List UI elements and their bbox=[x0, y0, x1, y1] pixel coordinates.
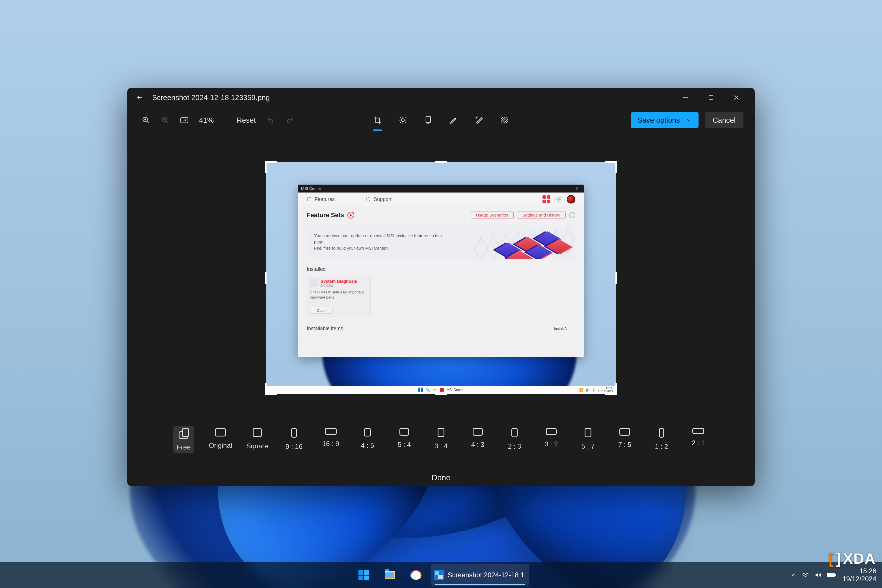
mini-battery-icon: 🔋 bbox=[592, 388, 596, 392]
aspect-ratio-row: FreeOriginalSquare9 : 1616 : 94 : 55 : 4… bbox=[127, 423, 755, 469]
tab-adjustment[interactable] bbox=[395, 112, 411, 128]
reset-button[interactable]: Reset bbox=[234, 114, 259, 127]
volume-icon[interactable] bbox=[814, 572, 822, 578]
aspect-shape-icon bbox=[620, 428, 630, 436]
close-button[interactable] bbox=[724, 90, 749, 105]
wifi-icon[interactable] bbox=[802, 572, 809, 578]
zoom-out-button[interactable] bbox=[158, 113, 172, 128]
crop-handle[interactable] bbox=[615, 161, 617, 173]
aspect-free[interactable]: Free bbox=[173, 426, 194, 453]
maximize-button[interactable] bbox=[698, 90, 724, 105]
fit-to-window-button[interactable] bbox=[177, 113, 192, 128]
mini-wifi-icon: 📶 bbox=[579, 388, 583, 392]
crop-frame[interactable]: MSI Center — ✕ Features Support bbox=[266, 162, 616, 394]
zoom-in-button[interactable] bbox=[138, 113, 153, 128]
mini-volume-icon: 🔊 bbox=[585, 388, 590, 392]
zoom-percent: 41% bbox=[199, 116, 214, 124]
gear-icon bbox=[555, 196, 562, 202]
tray-chevron-up-icon[interactable] bbox=[791, 572, 796, 578]
done-button[interactable]: Done bbox=[432, 473, 451, 482]
aspect-9-16[interactable]: 9 : 16 bbox=[284, 426, 304, 453]
xda-watermark: [] XDA bbox=[829, 550, 876, 567]
aspect-4-3[interactable]: 4 : 3 bbox=[467, 426, 488, 451]
taskbar-app-photos[interactable]: Screenshot 2024-12-18 1 bbox=[431, 564, 530, 586]
aspect-4-5[interactable]: 4 : 5 bbox=[357, 426, 378, 452]
undo-button[interactable] bbox=[263, 113, 278, 128]
play-icon bbox=[347, 212, 354, 219]
taskbar-clock[interactable]: 15:26 19/12/2024 bbox=[842, 567, 876, 583]
aspect-7-5[interactable]: 7 : 5 bbox=[614, 426, 635, 451]
tab-background[interactable] bbox=[497, 112, 513, 128]
svg-rect-7 bbox=[308, 198, 311, 201]
mini-taskbar: 🔍 📁 MSI Center ˄ 📶 🔊 🔋 12:33 18/12/2024 bbox=[266, 386, 616, 394]
aspect-16-9[interactable]: 16 : 9 bbox=[320, 426, 341, 450]
aspect-3-2[interactable]: 3 : 2 bbox=[541, 426, 562, 450]
aspect-square[interactable]: Square bbox=[247, 426, 268, 452]
installable-heading: Installable items bbox=[307, 326, 343, 332]
minimize-button[interactable] bbox=[673, 90, 698, 105]
save-options-button[interactable]: Save options bbox=[631, 112, 699, 128]
aspect-label: 5 : 7 bbox=[582, 442, 595, 450]
msi-dragon-badge-icon bbox=[567, 195, 575, 204]
crop-handle[interactable] bbox=[615, 383, 617, 394]
back-button[interactable] bbox=[133, 91, 146, 104]
usage-scenarios-button: Usage Scenarios bbox=[471, 211, 514, 219]
aspect-label: 4 : 5 bbox=[361, 442, 374, 450]
redo-button[interactable] bbox=[282, 113, 297, 128]
save-options-label: Save options bbox=[638, 116, 680, 124]
svg-point-8 bbox=[558, 198, 560, 200]
crop-handle[interactable] bbox=[615, 272, 617, 284]
feature-card-system-diagnosis: System Diagnosis 1.0.0.52 Check health s… bbox=[307, 276, 370, 317]
aspect-3-4[interactable]: 3 : 4 bbox=[430, 426, 452, 452]
aspect-label: 1 : 2 bbox=[655, 443, 668, 451]
aspect-shape-icon bbox=[659, 428, 664, 438]
msi-nav-support: Support bbox=[366, 196, 392, 202]
aspect-shape-icon bbox=[546, 428, 556, 435]
aspect-shape-icon bbox=[585, 428, 591, 437]
mini-msi-icon bbox=[440, 388, 444, 392]
cropped-image: MSI Center — ✕ Features Support bbox=[266, 162, 616, 394]
tab-retouch[interactable] bbox=[471, 112, 487, 128]
svg-rect-10 bbox=[835, 574, 836, 576]
aspect-shape-icon bbox=[692, 428, 704, 434]
toolbar: 41% Reset Save options Cancel bbox=[127, 107, 755, 133]
install-all-button: Install All bbox=[547, 325, 575, 332]
paint-button[interactable] bbox=[405, 564, 427, 586]
msi-nav-features: Features bbox=[307, 196, 335, 202]
aspect-5-4[interactable]: 5 : 4 bbox=[394, 426, 415, 451]
aspect-label: 4 : 3 bbox=[471, 441, 484, 448]
crop-handle[interactable] bbox=[265, 161, 277, 163]
file-explorer-button[interactable] bbox=[379, 564, 401, 586]
aspect-label: 3 : 2 bbox=[545, 440, 558, 448]
photos-app-icon bbox=[434, 570, 444, 580]
start-button[interactable] bbox=[353, 564, 375, 586]
aspect-2-1[interactable]: 2 : 1 bbox=[688, 426, 709, 449]
canvas-area[interactable]: MSI Center — ✕ Features Support bbox=[127, 133, 755, 423]
aspect-shape-icon bbox=[399, 428, 409, 436]
aspect-label: 2 : 1 bbox=[692, 439, 705, 447]
crop-handle[interactable] bbox=[265, 393, 277, 394]
aspect-5-7[interactable]: 5 : 7 bbox=[578, 426, 598, 453]
aspect-2-3[interactable]: 2 : 3 bbox=[504, 426, 525, 453]
aspect-label: 7 : 5 bbox=[618, 441, 632, 448]
crop-handle[interactable] bbox=[265, 161, 267, 173]
crop-handle[interactable] bbox=[265, 272, 267, 284]
crop-handle[interactable] bbox=[265, 383, 267, 394]
cancel-button[interactable]: Cancel bbox=[705, 112, 744, 128]
crop-handle[interactable] bbox=[435, 161, 447, 163]
window-title: Screenshot 2024-12-18 123359.png bbox=[152, 93, 270, 102]
svg-rect-11 bbox=[828, 574, 833, 576]
aspect-label: Original bbox=[209, 442, 232, 450]
aspect-1-2[interactable]: 1 : 2 bbox=[651, 426, 672, 453]
tab-filter[interactable] bbox=[420, 112, 436, 128]
mini-start-icon bbox=[418, 388, 423, 392]
aspect-label: Free bbox=[177, 443, 190, 451]
aspect-original[interactable]: Original bbox=[210, 426, 231, 452]
aspect-label: Square bbox=[246, 442, 268, 450]
aspect-label: 5 : 4 bbox=[398, 441, 411, 448]
aspect-label: 9 : 16 bbox=[285, 443, 303, 451]
battery-icon[interactable] bbox=[826, 572, 836, 578]
tab-markup[interactable] bbox=[446, 112, 462, 128]
crop-handle[interactable] bbox=[435, 393, 447, 394]
tab-crop[interactable] bbox=[369, 112, 385, 128]
